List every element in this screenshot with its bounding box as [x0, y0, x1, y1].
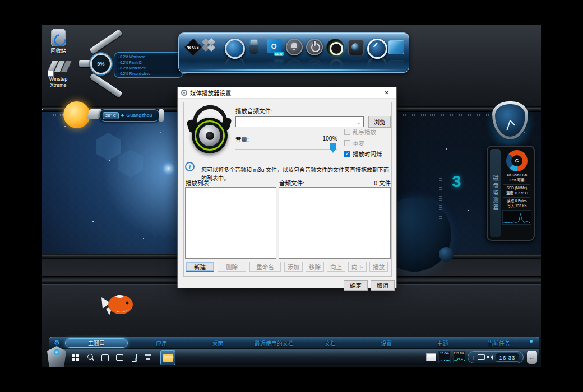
camera-icon[interactable]: [346, 38, 365, 57]
cancel-button[interactable]: 取消: [371, 280, 395, 291]
flash-while-playing-checkbox[interactable]: ✓ 播放时闪烁: [344, 150, 382, 158]
display-icon[interactable]: [386, 38, 405, 57]
move-up-button[interactable]: 向上: [327, 262, 345, 272]
taskbar: 15.04k 213.10k ↑ 16 33 ←: [49, 349, 539, 365]
notifications-bell-icon[interactable]: [285, 38, 304, 57]
media-player-icon[interactable]: [325, 38, 344, 57]
disk-monitor-body: C 40 Gb/63 Gb 37% 可用 SSD (NVMe) 温度 117.6…: [502, 149, 531, 237]
tab-settings[interactable]: 设置: [358, 339, 414, 347]
fish-body: [108, 295, 133, 314]
weather-widget[interactable]: 28° C ◆ Guangzhou: [99, 109, 160, 122]
tab-themes[interactable]: 主题: [414, 339, 470, 347]
speaker-green-ring: [195, 120, 225, 151]
checkbox-box[interactable]: [344, 140, 350, 146]
tab-recent-documents[interactable]: 最近使用的文档: [246, 339, 302, 347]
volume-slider-track[interactable]: [235, 149, 337, 150]
ime-indicator[interactable]: [145, 353, 152, 361]
process-cpu: 0.2%: [120, 60, 128, 64]
chat-icon[interactable]: [115, 353, 123, 361]
network-download-meter[interactable]: 213.10k: [453, 351, 465, 363]
goldfish-gadget[interactable]: [98, 290, 138, 320]
disk-read: 读取 0 Bytes: [507, 199, 526, 204]
robot-avatar-icon[interactable]: [244, 38, 263, 57]
close-icon[interactable]: ✕: [381, 88, 393, 97]
clock-face: [495, 104, 525, 137]
weather-sun-icon[interactable]: [63, 101, 90, 128]
speaker-circle: [192, 118, 228, 153]
tab-desktop[interactable]: 桌面: [189, 339, 246, 347]
tab-documents[interactable]: 文档: [302, 339, 358, 347]
remove-file-button[interactable]: 移除: [306, 262, 324, 272]
add-file-button[interactable]: 添加: [284, 262, 303, 272]
pin-icon[interactable]: [527, 339, 535, 347]
nexus-logo-icon[interactable]: NeXuS: [183, 38, 202, 57]
fish-eye: [126, 302, 129, 305]
cpu-percent: 9%: [97, 61, 104, 67]
delete-playlist-button[interactable]: 删除: [218, 262, 246, 272]
gear-icon[interactable]: ⚙: [54, 339, 65, 347]
process-name: Wmiprvse: [129, 55, 146, 59]
audio-file-combobox[interactable]: ⌄: [235, 116, 364, 127]
new-badge: NEW: [274, 52, 284, 56]
tab-applications[interactable]: 应用: [133, 339, 189, 347]
world-clock-icon[interactable]: [224, 38, 243, 57]
winstep-tiles-icon[interactable]: [203, 38, 223, 57]
tab-main-window[interactable]: 主窗口: [65, 338, 128, 348]
play-button[interactable]: 播放: [369, 262, 388, 272]
checkbox-box[interactable]: ✓: [344, 151, 350, 157]
tray-window-icon[interactable]: [426, 353, 436, 361]
outlook-icon[interactable]: O NEW: [265, 38, 284, 57]
net-down-graph: [454, 356, 465, 362]
weather-cap: [159, 109, 164, 122]
rename-playlist-button[interactable]: 重命名: [249, 262, 281, 272]
hour-hand: [510, 120, 515, 126]
weather-diamond-icon: ◆: [121, 113, 124, 118]
process-cpu: 0.2%: [120, 72, 128, 76]
browse-button[interactable]: 浏览: [368, 116, 391, 128]
taskbar-end-cap[interactable]: ←: [527, 351, 537, 364]
search-icon[interactable]: [86, 353, 94, 361]
repeat-checkbox[interactable]: 重复: [344, 139, 364, 147]
playlist-listbox[interactable]: [185, 187, 276, 259]
checkbox-box[interactable]: [344, 129, 350, 135]
volume-tray-icon[interactable]: [487, 354, 493, 360]
volume-label: 音量:: [235, 135, 249, 143]
network-upload-meter[interactable]: 15.04k: [438, 351, 451, 363]
disk-write: 写入 132 Kb: [507, 204, 526, 209]
display-tray-icon[interactable]: [478, 354, 484, 361]
disk-monitor-widget[interactable]: 磁盘监测器 C 40 Gb/63 Gb 37% 可用 SSD (NVMe) 温度…: [487, 146, 535, 241]
desktop[interactable]: 3 回收站 Winstep Xtreme ◦ 0.2% Wmiprvse ◦ 0…: [42, 25, 541, 367]
taskbar-clock[interactable]: 16 33: [496, 353, 519, 362]
bell-orb: [286, 39, 303, 55]
ok-button[interactable]: 确定: [344, 280, 368, 291]
checkbox-label: 乱序播放: [353, 128, 376, 136]
task-view-icon[interactable]: [101, 353, 109, 361]
new-playlist-button[interactable]: 新建: [186, 262, 214, 272]
audio-files-listbox[interactable]: [279, 187, 391, 259]
chevron-down-icon[interactable]: ⌄: [357, 119, 361, 125]
gauge-clock-icon[interactable]: [366, 38, 385, 57]
tab-current-tasks[interactable]: 当前任务: [471, 339, 527, 347]
start-button-icon[interactable]: [72, 353, 80, 361]
power-icon[interactable]: [305, 38, 324, 57]
dock: NeXuS O NEW: [178, 32, 409, 73]
cpu-meter-widget[interactable]: ◦ 0.2% Wmiprvse ◦ 0.2% Fanltrf2 ◦ 0.2% W…: [62, 31, 174, 92]
audio-file-label: 播放音频文件:: [235, 106, 272, 115]
file-explorer-taskbar-button[interactable]: [160, 350, 175, 365]
power-orb: [306, 39, 323, 55]
process-name: Workshelf: [129, 66, 146, 70]
disk-monitor-title: 磁盘监测器: [491, 175, 499, 212]
wallpaper-star-flare: [159, 158, 179, 179]
dialog-titlebar[interactable]: 媒体播放器设置 ✕: [178, 87, 396, 99]
tray-expand-icon[interactable]: ↑: [472, 354, 475, 361]
outlook-letter: O: [271, 42, 277, 50]
dialog-headphone-icon: [181, 90, 187, 96]
disk-usage-donut: C: [506, 150, 528, 171]
disk-monitor-titlebar: 磁盘监测器: [490, 149, 501, 237]
your-phone-icon[interactable]: [130, 353, 138, 361]
move-down-button[interactable]: 向下: [348, 262, 367, 272]
net-down-value: 213.10k: [454, 352, 465, 356]
minute-hand: [506, 120, 511, 131]
dialog-title: 媒体播放器设置: [190, 88, 381, 97]
shuffle-checkbox[interactable]: 乱序播放: [344, 128, 376, 136]
